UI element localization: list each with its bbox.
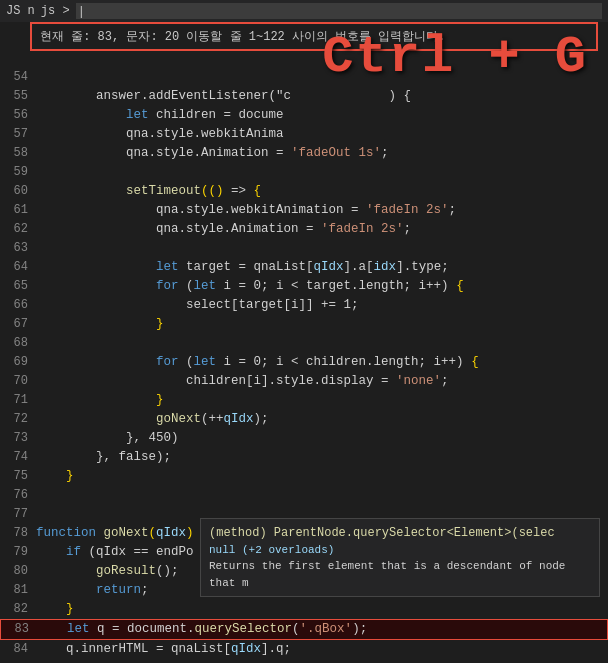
- line-number: 72: [0, 410, 36, 429]
- line-content: q.innerHTML = qnaList[qIdx].q;: [36, 640, 608, 659]
- code-line: 75 }: [0, 467, 608, 486]
- line-content: children[i].style.display = 'none';: [36, 372, 608, 391]
- line-content: qna.style.webkitAnimation = 'fadeIn 2s';: [36, 201, 608, 220]
- top-bar-js-label: JS n: [6, 4, 35, 18]
- line-number: 64: [0, 258, 36, 277]
- line-number: 66: [0, 296, 36, 315]
- code-line: 71 }: [0, 391, 608, 410]
- tooltip-line2: null (+2 overloads): [209, 542, 591, 559]
- line-number: 57: [0, 125, 36, 144]
- line-number: 74: [0, 448, 36, 467]
- tooltip-box: (method) ParentNode.querySelector<Elemen…: [200, 518, 600, 598]
- code-line: 76: [0, 486, 608, 505]
- line-number: 58: [0, 144, 36, 163]
- code-line: 68: [0, 334, 608, 353]
- line-number: 80: [0, 562, 36, 581]
- line-number: 61: [0, 201, 36, 220]
- line-number: 68: [0, 334, 36, 353]
- top-bar: JS n js >: [0, 0, 608, 22]
- line-content: }: [36, 391, 608, 410]
- tooltip-line1: (method) ParentNode.querySelector<Elemen…: [209, 524, 591, 542]
- line-number: 71: [0, 391, 36, 410]
- code-line: 54: [0, 68, 608, 87]
- breadcrumb: js >: [41, 4, 70, 18]
- line-content: }, 450): [36, 429, 608, 448]
- line-number: 81: [0, 581, 36, 600]
- line-number: 65: [0, 277, 36, 296]
- goto-bar: 현재 줄: 83, 문자: 20 이동할 줄 1~122 사이의 번호를 입력합…: [30, 22, 598, 51]
- line-number: 63: [0, 239, 36, 258]
- line-number: 70: [0, 372, 36, 391]
- line-number: 75: [0, 467, 36, 486]
- line-content: }: [36, 600, 608, 619]
- line-content: qna.style.webkitAnima: [36, 125, 608, 144]
- line-number: 84: [0, 640, 36, 659]
- code-line: 67 }: [0, 315, 608, 334]
- code-line: 82 }: [0, 600, 608, 619]
- line-number: 59: [0, 163, 36, 182]
- line-number: 60: [0, 182, 36, 201]
- tooltip-line3: Returns the first element that is a desc…: [209, 558, 591, 591]
- code-line: 83 let q = document.querySelector('.qBox…: [0, 619, 608, 640]
- code-line: 59: [0, 163, 608, 182]
- code-line: 63: [0, 239, 608, 258]
- line-content: qna.style.Animation = 'fadeOut 1s';: [36, 144, 608, 163]
- line-content: let q = document.querySelector('.qBox');: [37, 620, 607, 639]
- line-number: 56: [0, 106, 36, 125]
- code-line: 70 children[i].style.display = 'none';: [0, 372, 608, 391]
- code-line: 55 answer.addEventListener("c ) {: [0, 87, 608, 106]
- code-line: 73 }, 450): [0, 429, 608, 448]
- goto-bar-text: 현재 줄: 83, 문자: 20 이동할 줄 1~122 사이의 번호를 입력합…: [40, 30, 446, 44]
- line-content: qna.style.Animation = 'fadeIn 2s';: [36, 220, 608, 239]
- line-number: 67: [0, 315, 36, 334]
- line-content: }: [36, 467, 608, 486]
- code-line: 72 goNext(++qIdx);: [0, 410, 608, 429]
- code-line: 65 for (let i = 0; i < target.length; i+…: [0, 277, 608, 296]
- code-line: 61 qna.style.webkitAnimation = 'fadeIn 2…: [0, 201, 608, 220]
- line-number: 79: [0, 543, 36, 562]
- line-content: }: [36, 315, 608, 334]
- line-number: 76: [0, 486, 36, 505]
- line-content: goNext(++qIdx);: [36, 410, 608, 429]
- code-line: 74 }, false);: [0, 448, 608, 467]
- code-line: 60 setTimeout(() => {: [0, 182, 608, 201]
- code-line: 69 for (let i = 0; i < children.length; …: [0, 353, 608, 372]
- line-content: select[target[i]] += 1;: [36, 296, 608, 315]
- editor-container: JS n js > 현재 줄: 83, 문자: 20 이동할 줄 1~122 사…: [0, 0, 608, 663]
- line-content: setTimeout(() => {: [36, 182, 608, 201]
- line-number: 69: [0, 353, 36, 372]
- line-number: 54: [0, 68, 36, 87]
- code-line: 56 let children = docume: [0, 106, 608, 125]
- code-line: 84 q.innerHTML = qnaList[qIdx].q;: [0, 640, 608, 659]
- code-line: 64 let target = qnaList[qIdx].a[idx].typ…: [0, 258, 608, 277]
- line-number: 82: [0, 600, 36, 619]
- code-line: 62 qna.style.Animation = 'fadeIn 2s';: [0, 220, 608, 239]
- line-content: let target = qnaList[qIdx].a[idx].type;: [36, 258, 608, 277]
- line-content: }, false);: [36, 448, 608, 467]
- line-content: for (let i = 0; i < target.length; i++) …: [36, 277, 608, 296]
- line-content: let children = docume: [36, 106, 608, 125]
- line-number: 73: [0, 429, 36, 448]
- line-number: 62: [0, 220, 36, 239]
- line-number: 77: [0, 505, 36, 524]
- code-line: 57 qna.style.webkitAnima: [0, 125, 608, 144]
- code-line: 66 select[target[i]] += 1;: [0, 296, 608, 315]
- line-number: 55: [0, 87, 36, 106]
- line-number: 83: [1, 620, 37, 639]
- code-line: 58 qna.style.Animation = 'fadeOut 1s';: [0, 144, 608, 163]
- line-content: for (let i = 0; i < children.length; i++…: [36, 353, 608, 372]
- goto-line-input[interactable]: [76, 3, 602, 19]
- line-content: answer.addEventListener("c ) {: [36, 87, 608, 106]
- line-number: 78: [0, 524, 36, 543]
